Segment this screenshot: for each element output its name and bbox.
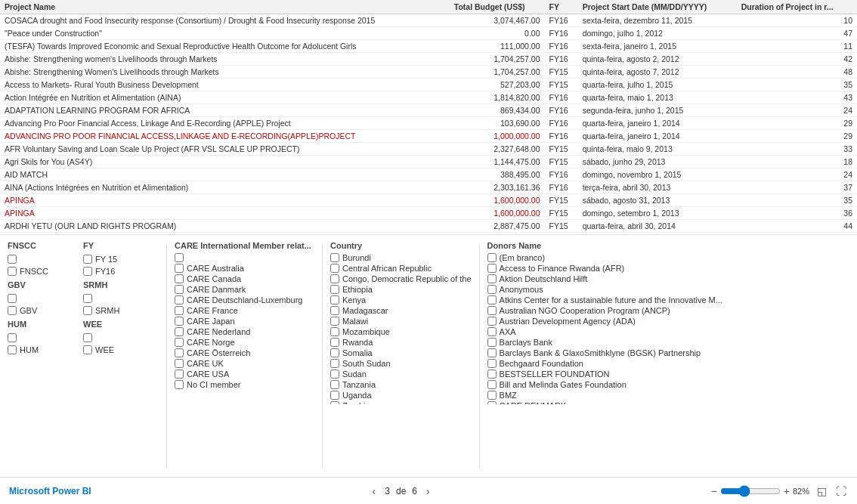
list-item: Central African Republic	[330, 264, 472, 273]
list-item: CARE UK	[175, 359, 314, 368]
cell-fy: FY15	[545, 207, 578, 220]
care-member-checkbox-9[interactable]	[175, 348, 184, 357]
brand-label[interactable]: Microsoft Power BI	[9, 486, 91, 496]
table-row: Abishe: Strengthening Women's Livelihood…	[0, 66, 857, 79]
donors-checkbox-14[interactable]	[487, 401, 497, 404]
country-checkbox-8[interactable]	[330, 338, 339, 347]
country-checkbox-2[interactable]	[330, 274, 339, 283]
country-checkbox-4[interactable]	[330, 295, 339, 305]
col-project-name: Project Name	[0, 0, 450, 14]
cell-fy: FY15	[545, 156, 578, 169]
table-row: APINGA 1,600,000.00 FY15 sábado, agosto …	[0, 194, 857, 207]
donors-checkbox-7[interactable]	[487, 327, 497, 336]
fit-page-button[interactable]: ◱	[815, 484, 828, 499]
country-checkbox-7[interactable]	[330, 327, 339, 336]
list-item: Congo, Democratic Republic of the	[330, 274, 472, 283]
care-member-checkbox-8[interactable]	[175, 338, 184, 347]
care-member-checkbox-7[interactable]	[175, 327, 184, 336]
wee-checkbox-empty[interactable]	[83, 333, 92, 342]
cell-duration: 18	[737, 156, 857, 169]
srmh-checkbox-empty[interactable]	[83, 294, 92, 303]
country-checkbox-12[interactable]	[330, 380, 339, 389]
next-page-button[interactable]: ›	[423, 484, 433, 499]
fullscreen-button[interactable]: ⛶	[834, 484, 848, 499]
care-member-checkbox-4[interactable]	[175, 295, 184, 305]
hum-checkbox[interactable]	[8, 345, 17, 354]
cell-name: ARDHI YETU (OUR LAND RIGHTS PROGRAM)	[0, 220, 450, 233]
gbv-checkbox-empty[interactable]	[8, 294, 17, 303]
cell-duration: 43	[737, 91, 857, 104]
fnscc-checkbox[interactable]	[8, 267, 17, 276]
donors-checkbox-6[interactable]	[487, 317, 497, 326]
list-item: BMZ	[487, 391, 849, 400]
care-member-option-label: No CI member	[187, 380, 241, 389]
cell-start: quarta-feira, abril 30, 2014	[578, 220, 737, 233]
hum-checkbox-empty[interactable]	[8, 333, 17, 342]
zoom-in-button[interactable]: +	[784, 485, 790, 497]
country-checkbox-0[interactable]	[330, 253, 339, 262]
donors-checkbox-4[interactable]	[487, 295, 497, 305]
cell-start: quinta-feira, agosto 7, 2012	[578, 66, 737, 79]
country-checkbox-9[interactable]	[330, 348, 339, 357]
donors-checkbox-10[interactable]	[487, 359, 497, 368]
col-start: Project Start Date (MM/DD/YYYY)	[578, 0, 737, 14]
donors-checkbox-12[interactable]	[487, 380, 497, 389]
country-checkbox-3[interactable]	[330, 285, 339, 294]
prev-page-button[interactable]: ‹	[370, 484, 379, 499]
donors-checkbox-1[interactable]	[487, 264, 497, 273]
donors-checkbox-5[interactable]	[487, 306, 497, 315]
srmh-checkbox[interactable]	[83, 306, 92, 315]
fnscc-checkbox-empty[interactable]	[8, 255, 17, 264]
donors-checkbox-8[interactable]	[487, 338, 497, 347]
country-checkbox-14[interactable]	[330, 401, 339, 404]
country-checkbox-11[interactable]	[330, 369, 339, 379]
zoom-slider[interactable]	[720, 485, 781, 497]
divider-2	[322, 244, 323, 468]
list-item: CARE Deutschland-Luxemburg	[175, 295, 314, 305]
cell-name: Abishe: Strengthening Women's Livelihood…	[0, 66, 450, 79]
care-member-checkbox-3[interactable]	[175, 285, 184, 294]
care-member-checkbox-2[interactable]	[175, 274, 184, 283]
country-checkbox-6[interactable]	[330, 317, 339, 326]
cell-budget: 1,600,000.00	[450, 194, 545, 207]
cell-duration: 24	[737, 169, 857, 181]
care-member-checkbox-12[interactable]	[175, 380, 184, 389]
country-checkbox-13[interactable]	[330, 391, 339, 400]
zoom-out-button[interactable]: −	[711, 485, 717, 497]
fy16-checkbox[interactable]	[83, 267, 92, 276]
care-member-checkbox-5[interactable]	[175, 306, 184, 315]
donors-checkbox-2[interactable]	[487, 274, 497, 283]
donors-checkbox-9[interactable]	[487, 348, 497, 357]
donors-checkbox-0[interactable]	[487, 253, 497, 262]
gbv-filter: GBV GBV	[8, 280, 68, 315]
donors-checkbox-11[interactable]	[487, 369, 497, 379]
wee-checkbox[interactable]	[83, 345, 92, 354]
list-item: Kenya	[330, 295, 472, 305]
care-member-checkbox-6[interactable]	[175, 317, 184, 326]
srmh-title: SRMH	[83, 280, 144, 289]
care-member-option-label: CARE Nederland	[187, 327, 250, 336]
donors-checkbox-13[interactable]	[487, 391, 497, 400]
care-member-title: CARE International Member relat...	[175, 241, 314, 250]
country-checkbox-10[interactable]	[330, 359, 339, 368]
care-member-checkbox-1[interactable]	[175, 264, 184, 273]
gbv-checkbox[interactable]	[8, 306, 17, 315]
country-option-label: Kenya	[342, 295, 366, 305]
care-member-checkbox-10[interactable]	[175, 359, 184, 368]
list-item: CARE Danmark	[175, 285, 314, 294]
cell-budget: 527,203.00	[450, 79, 545, 91]
cell-name: AFR Voluntary Saving and Loan Scale Up P…	[0, 143, 450, 156]
cell-fy: FY15	[545, 194, 578, 207]
country-option-label: Ethiopia	[342, 285, 373, 294]
donors-checkbox-3[interactable]	[487, 285, 497, 294]
country-option-label: Sudan	[342, 369, 367, 379]
list-item: Mozambique	[330, 327, 472, 336]
cell-start: domingo, julho 1, 2012	[578, 27, 737, 40]
care-member-checkbox-0[interactable]	[175, 253, 184, 262]
care-member-checkbox-11[interactable]	[175, 369, 184, 379]
cell-start: quarta-feira, maio 1, 2013	[578, 91, 737, 104]
country-checkbox-5[interactable]	[330, 306, 339, 315]
donors-option-label: Aktion Deutschland Hilft	[500, 274, 588, 283]
fy15-checkbox[interactable]	[83, 255, 92, 264]
country-checkbox-1[interactable]	[330, 264, 339, 273]
